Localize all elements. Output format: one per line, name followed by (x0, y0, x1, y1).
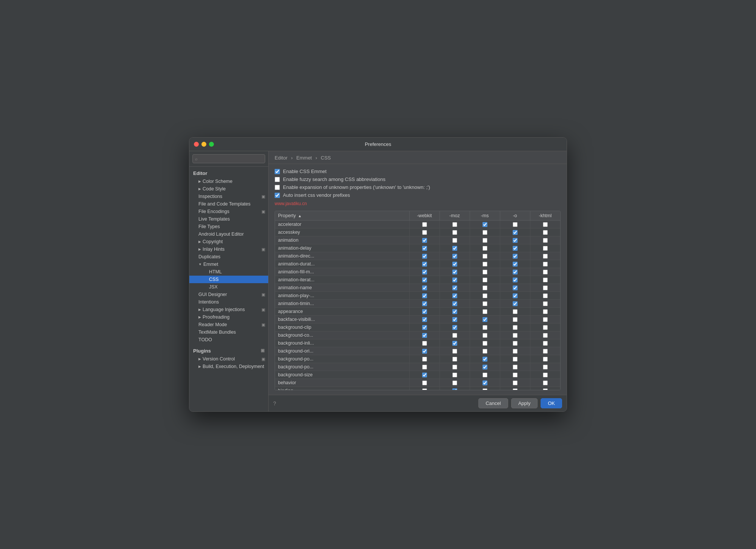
checkbox-webkit[interactable] (422, 278, 427, 282)
sidebar-item-proofreading[interactable]: ▶ Proofreading (189, 313, 268, 321)
checkbox-webkit[interactable] (422, 309, 427, 314)
checkbox-khtml[interactable] (543, 317, 548, 322)
sidebar-item-android-layout[interactable]: Android Layout Editor (189, 230, 268, 238)
checkbox-moz[interactable] (452, 365, 457, 370)
minimize-button[interactable] (201, 142, 206, 147)
checkbox-o[interactable] (513, 373, 518, 377)
checkbox-webkit[interactable] (422, 293, 427, 298)
checkbox-moz[interactable] (452, 301, 457, 306)
checkbox-ms[interactable] (482, 230, 487, 235)
sidebar-item-color-scheme[interactable]: ▶ Color Scheme (189, 178, 268, 185)
checkbox-moz[interactable] (452, 341, 457, 346)
checkbox-webkit[interactable] (422, 238, 427, 243)
checkbox-webkit[interactable] (422, 373, 427, 377)
checkbox-o[interactable] (513, 341, 518, 346)
col-webkit[interactable]: -webkit (409, 211, 439, 221)
checkbox-ms[interactable] (482, 388, 487, 391)
checkbox-webkit[interactable] (422, 301, 427, 306)
checkbox-ms[interactable] (482, 349, 487, 354)
maximize-button[interactable] (209, 142, 214, 147)
checkbox-ms[interactable] (482, 262, 487, 267)
checkbox-o[interactable] (513, 238, 518, 243)
checkbox-o[interactable] (513, 285, 518, 290)
checkbox-o[interactable] (513, 293, 518, 298)
checkbox-o[interactable] (513, 333, 518, 338)
checkbox-ms[interactable] (482, 380, 487, 385)
col-khtml[interactable]: -khtml (530, 211, 560, 221)
checkbox-moz[interactable] (452, 270, 457, 274)
checkbox-moz[interactable] (452, 380, 457, 385)
checkbox-khtml[interactable] (543, 262, 548, 267)
checkbox-webkit[interactable] (422, 222, 427, 227)
sidebar-item-emmet[interactable]: ▼ Emmet (189, 261, 268, 268)
checkbox-khtml[interactable] (543, 349, 548, 354)
col-moz[interactable]: -moz (439, 211, 470, 221)
sidebar-item-textmate-bundles[interactable]: TextMate Bundles (189, 328, 268, 336)
auto-insert-vendor-checkbox[interactable] (275, 193, 280, 198)
checkbox-o[interactable] (513, 325, 518, 330)
sidebar-item-live-templates[interactable]: Live Templates (189, 215, 268, 223)
checkbox-moz[interactable] (452, 317, 457, 322)
checkbox-khtml[interactable] (543, 325, 548, 330)
checkbox-webkit[interactable] (422, 349, 427, 354)
checkbox-moz[interactable] (452, 373, 457, 377)
checkbox-moz[interactable] (452, 230, 457, 235)
checkbox-khtml[interactable] (543, 246, 548, 251)
checkbox-o[interactable] (513, 317, 518, 322)
checkbox-khtml[interactable] (543, 301, 548, 306)
sidebar-item-file-code-templates[interactable]: File and Code Templates (189, 200, 268, 208)
checkbox-moz[interactable] (452, 278, 457, 282)
checkbox-ms[interactable] (482, 317, 487, 322)
checkbox-ms[interactable] (482, 357, 487, 362)
sidebar-item-emmet-html[interactable]: HTML (189, 268, 268, 276)
checkbox-o[interactable] (513, 380, 518, 385)
sidebar-item-file-encodings[interactable]: File Encodings ▣ (189, 208, 268, 215)
sidebar-item-inlay-hints[interactable]: ▶ Inlay Hints ▣ (189, 245, 268, 253)
sidebar-item-build-exec[interactable]: ▶ Build, Execution, Deployment (189, 363, 268, 370)
checkbox-ms[interactable] (482, 301, 487, 306)
checkbox-webkit[interactable] (422, 230, 427, 235)
sidebar-item-intentions[interactable]: Intentions (189, 298, 268, 306)
checkbox-webkit[interactable] (422, 254, 427, 259)
checkbox-khtml[interactable] (543, 341, 548, 346)
checkbox-ms[interactable] (482, 293, 487, 298)
checkbox-ms[interactable] (482, 246, 487, 251)
ok-button[interactable]: OK (541, 398, 562, 408)
checkbox-moz[interactable] (452, 254, 457, 259)
checkbox-o[interactable] (513, 222, 518, 227)
checkbox-khtml[interactable] (543, 333, 548, 338)
checkbox-ms[interactable] (482, 341, 487, 346)
checkbox-khtml[interactable] (543, 254, 548, 259)
checkbox-khtml[interactable] (543, 309, 548, 314)
checkbox-ms[interactable] (482, 325, 487, 330)
sidebar-item-file-types[interactable]: File Types (189, 223, 268, 230)
sidebar-item-language-injections[interactable]: ▶ Language Injections ▣ (189, 306, 268, 313)
checkbox-khtml[interactable] (543, 270, 548, 274)
col-o[interactable]: -o (500, 211, 530, 221)
checkbox-webkit[interactable] (422, 333, 427, 338)
apply-button[interactable]: Apply (511, 398, 538, 408)
checkbox-o[interactable] (513, 388, 518, 391)
col-ms[interactable]: -ms (470, 211, 500, 221)
checkbox-webkit[interactable] (422, 341, 427, 346)
sidebar-item-duplicates[interactable]: Duplicates (189, 253, 268, 261)
checkbox-ms[interactable] (482, 285, 487, 290)
checkbox-moz[interactable] (452, 357, 457, 362)
checkbox-khtml[interactable] (543, 388, 548, 391)
checkbox-ms[interactable] (482, 270, 487, 274)
checkbox-khtml[interactable] (543, 238, 548, 243)
checkbox-khtml[interactable] (543, 357, 548, 362)
cancel-button[interactable]: Cancel (478, 398, 508, 408)
search-input[interactable] (192, 154, 265, 163)
checkbox-webkit[interactable] (422, 285, 427, 290)
sidebar-item-emmet-jsx[interactable]: JSX (189, 283, 268, 291)
checkbox-webkit[interactable] (422, 317, 427, 322)
checkbox-moz[interactable] (452, 285, 457, 290)
sidebar-item-todo[interactable]: TODO (189, 336, 268, 344)
expansion-unknown-checkbox[interactable] (275, 185, 280, 190)
checkbox-khtml[interactable] (543, 373, 548, 377)
checkbox-khtml[interactable] (543, 285, 548, 290)
checkbox-webkit[interactable] (422, 270, 427, 274)
checkbox-moz[interactable] (452, 333, 457, 338)
checkbox-o[interactable] (513, 357, 518, 362)
